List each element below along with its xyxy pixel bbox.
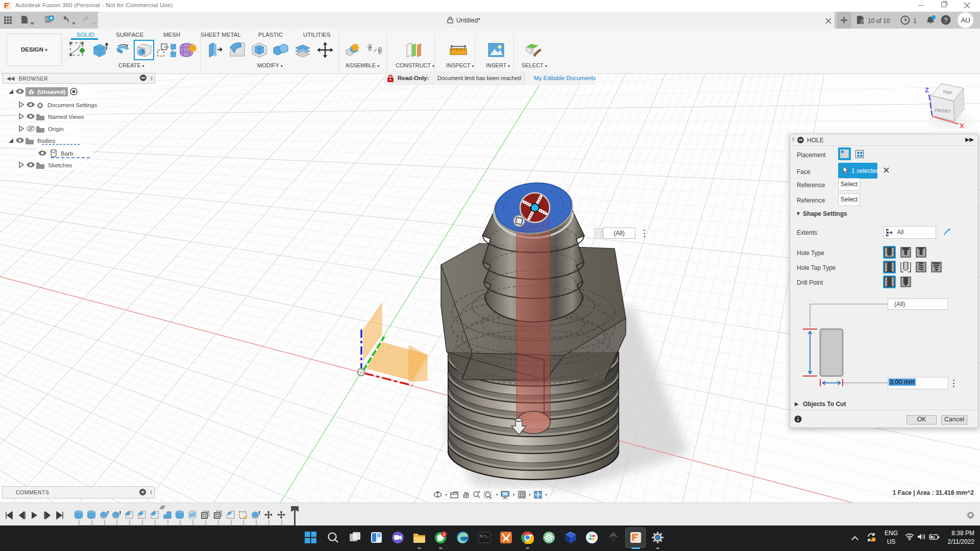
svg-text:C:\_: C:\_ — [480, 534, 489, 538]
svg-text:1: 1 — [443, 532, 446, 537]
svg-text:Z: Z — [925, 86, 929, 94]
svg-text:X: X — [960, 122, 964, 130]
svg-text:?: ? — [944, 16, 948, 24]
